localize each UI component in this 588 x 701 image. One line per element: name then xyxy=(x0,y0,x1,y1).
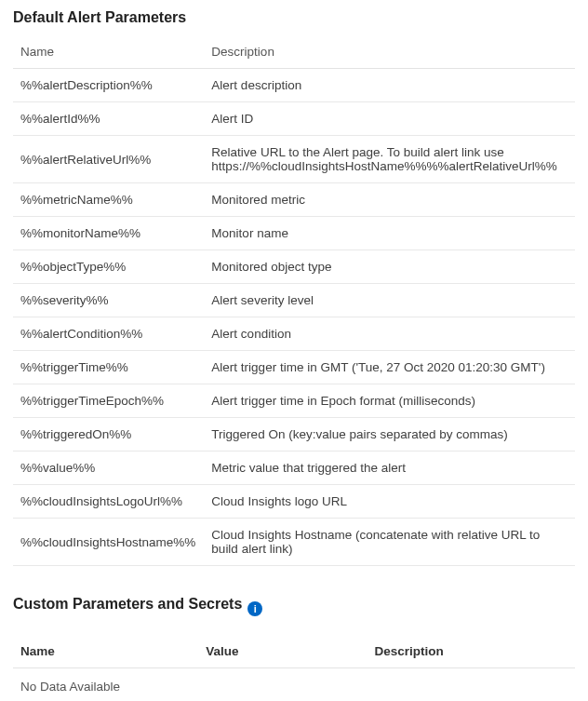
param-name: %%triggerTimeEpoch%% xyxy=(13,384,204,418)
default-parameters-table: Name Description %%alertDescription%%Ale… xyxy=(13,35,575,566)
param-description: Cloud Insights logo URL xyxy=(204,485,575,519)
param-name: %%triggerTime%% xyxy=(13,351,204,384)
param-name: %%cloudInsightsHostname%% xyxy=(13,519,204,566)
custom-col-value: Value xyxy=(198,635,367,668)
param-description: Alert condition xyxy=(204,317,575,351)
param-name: %%alertId%% xyxy=(13,102,204,136)
default-col-description: Description xyxy=(204,35,575,69)
table-row: %%value%%Metric value that triggered the… xyxy=(13,452,575,485)
default-section-title: Default Alert Parameters xyxy=(13,9,575,26)
table-row: %%alertDescription%%Alert description xyxy=(13,69,575,102)
param-description: Cloud Insights Hostname (concatenate wit… xyxy=(204,519,575,566)
param-description: Alert trigger time in GMT ('Tue, 27 Oct … xyxy=(204,351,575,384)
custom-section-title: Custom Parameters and Secrets xyxy=(13,596,242,613)
param-description: Metric value that triggered the alert xyxy=(204,452,575,485)
param-description: Monitored metric xyxy=(204,183,575,217)
table-row: %%alertId%%Alert ID xyxy=(13,102,575,136)
param-description: Alert ID xyxy=(204,102,575,136)
param-description: Relative URL to the Alert page. To build… xyxy=(204,136,575,183)
table-row: %%severity%%Alert severity level xyxy=(13,284,575,317)
table-row: %%alertRelativeUrl%%Relative URL to the … xyxy=(13,136,575,183)
param-name: %%alertDescription%% xyxy=(13,69,204,102)
param-description: Alert description xyxy=(204,69,575,102)
param-name: %%objectType%% xyxy=(13,250,204,284)
param-name: %%cloudInsightsLogoUrl%% xyxy=(13,485,204,519)
table-row: %%objectType%%Monitored object type xyxy=(13,250,575,284)
table-row: %%cloudInsightsHostname%%Cloud Insights … xyxy=(13,519,575,566)
custom-parameters-table: Name Value Description No Data Available xyxy=(13,635,575,701)
table-row: %%cloudInsightsLogoUrl%%Cloud Insights l… xyxy=(13,485,575,519)
param-name: %%severity%% xyxy=(13,284,204,317)
default-col-name: Name xyxy=(13,35,204,69)
param-name: %%value%% xyxy=(13,452,204,485)
param-description: Alert severity level xyxy=(204,284,575,317)
param-name: %%monitorName%% xyxy=(13,217,204,250)
no-data-message: No Data Available xyxy=(13,668,575,702)
param-name: %%triggeredOn%% xyxy=(13,418,204,452)
param-description: Monitored object type xyxy=(204,250,575,284)
param-name: %%metricName%% xyxy=(13,183,204,217)
table-row: %%triggeredOn%%Triggered On (key:value p… xyxy=(13,418,575,452)
param-description: Monitor name xyxy=(204,217,575,250)
table-row: %%triggerTime%%Alert trigger time in GMT… xyxy=(13,351,575,384)
table-row: %%alertCondition%%Alert condition xyxy=(13,317,575,351)
info-icon[interactable]: i xyxy=(247,601,262,616)
param-description: Triggered On (key:value pairs separated … xyxy=(204,418,575,452)
param-name: %%alertRelativeUrl%% xyxy=(13,136,204,183)
custom-col-description: Description xyxy=(368,635,576,668)
table-row: %%monitorName%%Monitor name xyxy=(13,217,575,250)
param-description: Alert trigger time in Epoch format (mill… xyxy=(204,384,575,418)
param-name: %%alertCondition%% xyxy=(13,317,204,351)
table-row: %%triggerTimeEpoch%%Alert trigger time i… xyxy=(13,384,575,418)
table-row: %%metricName%%Monitored metric xyxy=(13,183,575,217)
custom-col-name: Name xyxy=(13,635,198,668)
